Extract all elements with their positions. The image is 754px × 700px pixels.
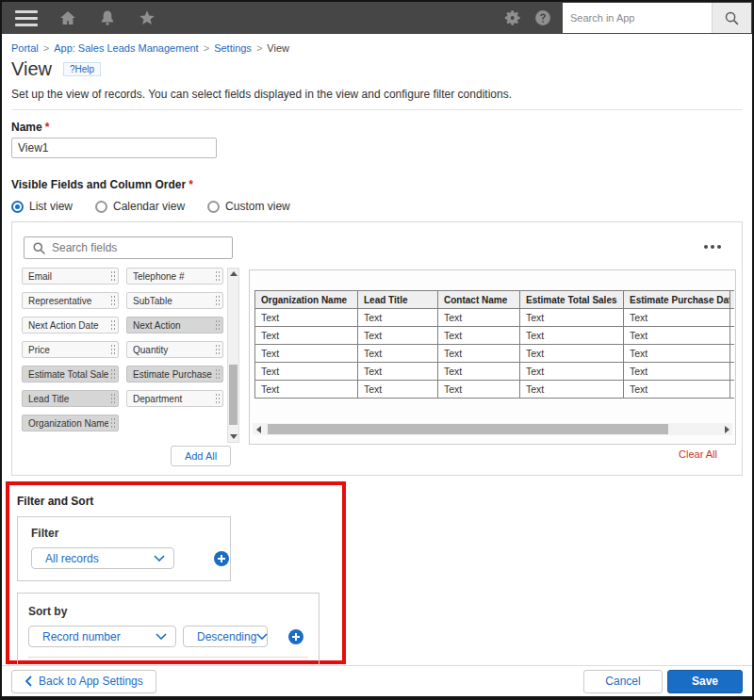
preview-column-header[interactable]: Organization Name <box>255 291 358 309</box>
field-item[interactable]: Next Action <box>126 317 223 334</box>
drag-handle-icon[interactable] <box>110 295 116 306</box>
breadcrumb-item[interactable]: Settings <box>214 42 252 54</box>
search-fields-input[interactable] <box>52 241 232 254</box>
preview-column-header[interactable]: Contact Name <box>438 291 520 309</box>
fields-panel: EmailTelephone #RepresentativeSubTableNe… <box>11 221 743 476</box>
radio-list-view[interactable]: List view <box>11 200 73 213</box>
drag-handle-icon[interactable] <box>110 368 116 380</box>
drag-handle-icon[interactable] <box>215 368 221 380</box>
field-item[interactable]: Quantity <box>126 341 223 358</box>
drag-handle-icon[interactable] <box>215 295 221 306</box>
table-row: TextTextTextTextText <box>255 363 735 381</box>
table-cell: Text <box>624 363 730 381</box>
scroll-right-icon[interactable] <box>721 426 732 433</box>
drag-handle-icon[interactable] <box>215 270 221 282</box>
radio-label: List view <box>29 200 73 213</box>
field-item[interactable]: Telephone # <box>126 268 223 285</box>
section-divider <box>11 109 743 110</box>
back-to-app-settings-button[interactable]: Back to App Settings <box>11 670 156 693</box>
table-cell: Text <box>358 327 438 345</box>
field-item[interactable]: Organization Name <box>22 415 119 431</box>
table-cell: Text <box>438 345 520 363</box>
filter-dropdown[interactable]: All records <box>31 547 174 569</box>
table-cell: Text <box>520 345 624 363</box>
sort-order-dropdown[interactable]: Descending <box>183 626 268 647</box>
field-item[interactable]: SubTable <box>126 292 223 309</box>
page-title: View <box>11 58 52 80</box>
scroll-up-icon[interactable] <box>229 269 238 279</box>
table-cell: Text <box>624 381 730 399</box>
drag-handle-icon[interactable] <box>215 319 221 331</box>
radio-unselected-icon <box>207 201 220 213</box>
drag-handle-icon[interactable] <box>215 393 221 404</box>
gear-icon[interactable] <box>503 8 522 27</box>
clear-all-columns-link[interactable]: Clear All <box>679 448 717 460</box>
preview-column-header[interactable]: Estimate Total Sales <box>520 291 624 309</box>
table-cell: Text <box>624 345 730 363</box>
scroll-down-icon[interactable] <box>229 431 238 442</box>
preview-column-header[interactable]: Lead Title <box>358 291 438 309</box>
field-item[interactable]: Estimate Total Sales <box>22 366 119 383</box>
help-icon[interactable] <box>533 8 552 27</box>
radio-calendar-view[interactable]: Calendar view <box>95 200 185 213</box>
add-filter-condition-button[interactable] <box>214 551 229 566</box>
hamburger-menu-icon[interactable] <box>15 10 38 26</box>
bell-icon[interactable] <box>98 8 117 27</box>
star-icon[interactable] <box>138 8 156 27</box>
chevron-down-icon <box>156 633 167 640</box>
page-content: Portal>App: Sales Leads Management>Setti… <box>2 42 752 664</box>
field-item[interactable]: Email <box>22 268 119 285</box>
radio-custom-view[interactable]: Custom view <box>207 200 290 213</box>
breadcrumb-item[interactable]: App: Sales Leads Management <box>54 42 199 54</box>
field-item-label: Next Action Date <box>28 320 108 331</box>
preview-table-wrap: Organization NameLead TitleContact NameE… <box>254 290 734 399</box>
field-item[interactable]: Department <box>126 390 223 407</box>
drag-handle-icon[interactable] <box>215 344 221 355</box>
table-cell: Text <box>255 345 358 363</box>
footer-bar: Back to App Settings Cancel Save <box>2 665 752 696</box>
field-item[interactable]: Price <box>22 341 119 358</box>
table-row: TextTextTextTextText <box>255 381 735 399</box>
field-item[interactable]: Estimate Purchase D... <box>126 366 223 383</box>
filter-sort-section: Filter and Sort Filter All records Sort … <box>6 481 346 664</box>
visible-fields-label: Visible Fields and Column Order* <box>11 178 743 191</box>
drag-handle-icon[interactable] <box>110 319 116 331</box>
preview-column-header[interactable]: Estimate Purchase Date <box>624 291 730 309</box>
search-input[interactable] <box>563 3 712 33</box>
field-item[interactable]: Representative <box>22 292 119 309</box>
preview-column-header-clipped[interactable] <box>730 291 735 309</box>
view-name-input[interactable] <box>11 138 217 158</box>
save-button[interactable]: Save <box>667 670 743 693</box>
add-sort-condition-button[interactable] <box>288 629 303 644</box>
field-item[interactable]: Lead Title <box>22 390 119 407</box>
drag-handle-icon[interactable] <box>110 270 116 282</box>
table-cell: Text <box>520 363 624 381</box>
radio-selected-icon <box>11 201 24 213</box>
scroll-left-icon[interactable] <box>253 426 264 433</box>
table-cell: Text <box>438 381 520 399</box>
search-button[interactable] <box>712 3 751 33</box>
field-item-label: Lead Title <box>28 394 108 404</box>
drag-handle-icon[interactable] <box>110 417 116 429</box>
filter-label: Filter <box>31 527 230 540</box>
table-cell: Text <box>520 381 624 399</box>
table-cell: Text <box>520 309 624 327</box>
home-icon[interactable] <box>58 8 77 27</box>
sort-field-dropdown[interactable]: Record number <box>28 626 176 647</box>
field-item[interactable]: Next Action Date <box>22 317 119 334</box>
drag-handle-icon[interactable] <box>110 393 116 404</box>
table-cell: Text <box>358 309 438 327</box>
scrollbar-thumb[interactable] <box>229 365 238 425</box>
more-options-icon[interactable] <box>704 245 721 249</box>
breadcrumb-item: View <box>267 42 289 54</box>
field-item-label: Organization Name <box>28 418 108 429</box>
cancel-button[interactable]: Cancel <box>583 670 663 693</box>
required-mark: * <box>45 121 50 134</box>
add-all-button[interactable]: Add All <box>171 446 231 466</box>
table-row: TextTextTextTextText <box>255 309 735 327</box>
help-link[interactable]: ?Help <box>63 62 101 76</box>
field-item-label: Quantity <box>133 345 213 355</box>
breadcrumb-item[interactable]: Portal <box>11 42 39 54</box>
h-scrollbar-thumb[interactable] <box>268 424 668 434</box>
drag-handle-icon[interactable] <box>110 344 116 355</box>
